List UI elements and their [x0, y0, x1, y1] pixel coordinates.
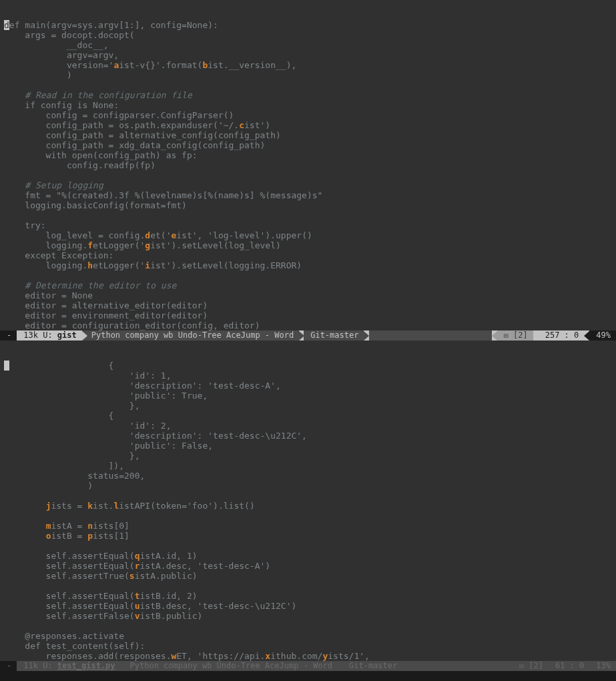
mail-icon: ✉ [2]	[513, 661, 549, 671]
mail-icon: ✉ [2]	[497, 330, 533, 340]
sb1-size: 13k U: gist	[17, 330, 82, 340]
sb2-pos: 61 : 0	[549, 661, 589, 671]
code-content-top: def main(argv=sys.argv[1:], config=None)…	[0, 20, 616, 330]
buffer-name: gist	[57, 330, 77, 340]
code-pane-bottom[interactable]: { 'id': 1, 'description': 'test-desc-A',…	[0, 340, 616, 661]
code-content-bottom: { 'id': 1, 'description': 'test-desc-A',…	[0, 361, 616, 661]
sb2-size: 11k U: test_gist.py	[17, 661, 120, 671]
statusbar-bottom: - 11k U: test_gist.py Python company wb …	[0, 661, 616, 671]
editor-root: def main(argv=sys.argv[1:], config=None)…	[0, 0, 616, 681]
minibuffer[interactable]	[0, 671, 616, 681]
buffer-name-bottom: test_gist.py	[57, 661, 115, 670]
code-pane-top[interactable]: def main(argv=sys.argv[1:], config=None)…	[0, 0, 616, 330]
sb1-pos: 257 : 0	[539, 330, 585, 340]
sb1-modes: Python company wb Undo-Tree AceJump - Wo…	[82, 330, 299, 340]
statusbar-top: - 13k U: gist Python company wb Undo-Tre…	[0, 330, 616, 340]
sb1-flag: -	[0, 330, 17, 340]
sb1-vc: Git-master	[304, 330, 364, 340]
sb2-vc: Git-master	[342, 661, 402, 671]
sb2-modes: Python company wb Undo-Tree AceJump - Wo…	[121, 661, 338, 671]
sb1-pct: 49%	[589, 330, 616, 340]
sb2-pct: 13%	[589, 661, 616, 671]
sb2-flag: -	[0, 661, 17, 671]
